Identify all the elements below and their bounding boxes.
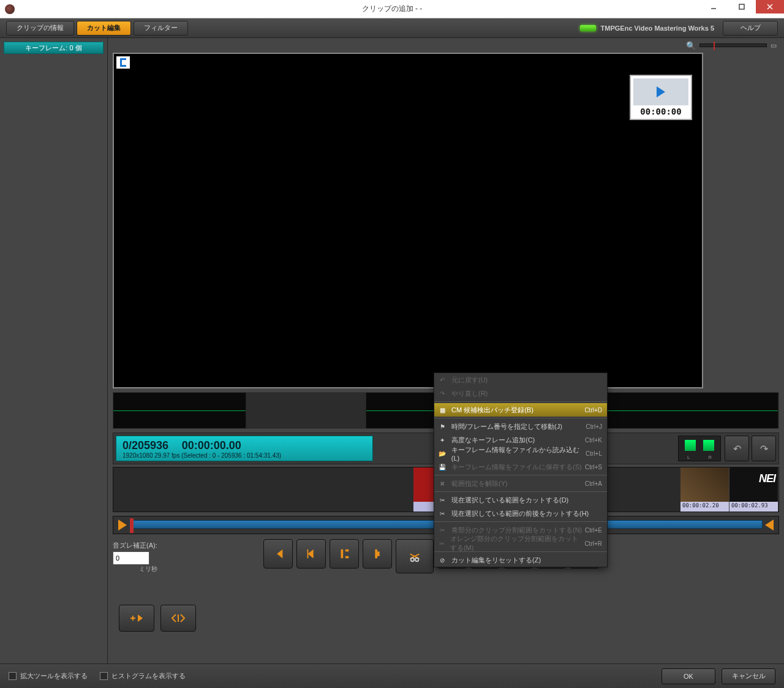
tab-clip-info[interactable]: クリップの情報 xyxy=(6,21,74,36)
add-split-button[interactable] xyxy=(119,605,154,632)
menu-item: ↶元に戻す(U) xyxy=(434,373,607,387)
menu-item[interactable]: ✂現在選択している範囲をカットする(D) xyxy=(434,493,607,507)
pip-timecode: 00:00:00 xyxy=(633,105,688,116)
set-in-button[interactable] xyxy=(330,539,359,569)
menu-item-label: 高度なキーフレーム追加(C) xyxy=(451,436,535,445)
menu-separator xyxy=(434,521,607,522)
app-icon xyxy=(5,4,15,14)
open-icon: 📂 xyxy=(437,448,448,458)
flag-icon: ⚑ xyxy=(437,421,448,431)
search-icon: 🔍 xyxy=(686,41,696,50)
tab-cut-edit[interactable]: カット編集 xyxy=(77,21,131,36)
cut-icon: ✂ xyxy=(437,495,448,505)
thumbnail[interactable]: NEI00:00:02.93 xyxy=(729,467,778,512)
key-icon: ✦ xyxy=(437,435,448,445)
menu-item[interactable]: 📂キーフレーム情報をファイルから読み込む(L)Ctrl+L xyxy=(434,447,607,460)
menu-item-label: 時間/フレーム番号を指定して移動(J) xyxy=(451,422,562,431)
menu-item[interactable]: ⚑時間/フレーム番号を指定して移動(J)Ctrl+J xyxy=(434,420,607,433)
undo-icon: ↶ xyxy=(437,375,448,385)
timecode: 00:00:00.00 xyxy=(182,439,241,452)
audio-level-meter: L R xyxy=(678,436,721,461)
menu-item-shortcut: Ctrl+D xyxy=(584,407,602,414)
thumbnail[interactable]: 00:00:02.20 xyxy=(680,467,729,512)
box-icon: ▦ xyxy=(437,405,448,415)
prev-keyframe-button[interactable] xyxy=(263,539,293,569)
svg-rect-1 xyxy=(739,4,744,9)
svg-rect-15 xyxy=(178,614,179,622)
window-title: クリップの追加 - - xyxy=(362,4,423,14)
menu-item-shortcut: Ctrl+R xyxy=(584,540,602,547)
show-histogram-checkbox[interactable]: ヒストグラムを表示する xyxy=(100,671,186,681)
reset-icon: ⊘ xyxy=(437,555,448,565)
menu-item-label: 現在選択している範囲をカットする(D) xyxy=(451,496,568,505)
minimize-button[interactable] xyxy=(699,0,728,13)
menu-item-label: オレンジ部分のクリップ分割範囲をカットする(M) xyxy=(450,534,584,553)
thumb-timecode: 00:00:02.93 xyxy=(729,502,778,512)
ok-button[interactable]: OK xyxy=(662,668,715,684)
menu-item-label: 現在選択している範囲の前後をカットする(H) xyxy=(451,509,589,518)
keyframe-list-header: キーフレーム: 0 個 xyxy=(4,42,104,54)
play-icon xyxy=(657,86,665,97)
cut-icon: ✂ xyxy=(437,508,448,518)
context-menu[interactable]: ↶元に戻す(U)↷やり直し(R)▦CM 候補検出バッチ登録(B)Ctrl+D⚑時… xyxy=(434,372,608,567)
pip-video-area xyxy=(633,78,688,105)
menu-item-shortcut: Ctrl+L xyxy=(586,450,602,457)
cancel-button[interactable]: キャンセル xyxy=(722,668,775,684)
mark-in-button[interactable] xyxy=(363,539,392,569)
menu-item-shortcut: Ctrl+E xyxy=(585,527,602,534)
zoom-slider[interactable] xyxy=(699,43,767,47)
close-button[interactable] xyxy=(756,0,784,13)
thumb-timecode: 00:00:02.20 xyxy=(680,502,729,512)
menu-item-shortcut: Ctrl+A xyxy=(585,480,602,487)
show-zoom-tool-checkbox[interactable]: 拡大ツールを表示する xyxy=(9,671,88,681)
cutb-icon: ✂ xyxy=(437,525,448,535)
tab-filter[interactable]: フィルター xyxy=(134,21,188,36)
redo-icon: ↷ xyxy=(437,388,448,398)
save-icon: 💾 xyxy=(437,462,448,472)
video-preview[interactable]: 00:00:00 xyxy=(113,53,703,388)
menu-item: ✂オレンジ部分のクリップ分割範囲をカットする(M)Ctrl+R xyxy=(434,537,607,550)
frame-position: 0/205936 xyxy=(123,439,168,452)
step-back-button[interactable] xyxy=(296,539,326,569)
svg-point-5 xyxy=(411,558,415,562)
clip-detail: 1920x1080 29.97 fps (Selected : 0 - 2059… xyxy=(123,452,366,459)
menu-separator xyxy=(434,475,607,475)
in-point-marker-icon xyxy=(116,56,130,69)
audio-offset-input[interactable] xyxy=(113,551,149,565)
menu-item[interactable]: ✂現在選択している範囲の前後をカットする(H) xyxy=(434,507,607,520)
undo-button[interactable]: ↶ xyxy=(725,436,749,461)
out-handle-icon[interactable] xyxy=(765,520,774,531)
menu-item[interactable]: ▦CM 候補検出バッチ登録(B)Ctrl+D xyxy=(434,403,607,417)
menu-item-label: 青部分のクリップ分割範囲をカットする(N) xyxy=(451,526,582,535)
expand-split-button[interactable] xyxy=(160,605,196,632)
keyframe-sidebar: キーフレーム: 0 個 xyxy=(0,38,108,663)
audio-offset-unit: ミリ秒 xyxy=(113,565,157,573)
menu-item-shortcut: Ctrl+J xyxy=(586,423,602,430)
x-icon: ✖ xyxy=(437,478,448,488)
svg-rect-4 xyxy=(307,550,309,559)
top-tab-bar: クリップの情報 カット編集 フィルター TMPGEnc Video Master… xyxy=(0,18,784,38)
playhead[interactable] xyxy=(130,518,134,533)
menu-item: ↷やり直し(R) xyxy=(434,387,607,400)
in-handle-icon[interactable] xyxy=(118,520,127,531)
menu-item-label: 範囲指定を解除(Y) xyxy=(451,479,508,488)
menu-item[interactable]: ⊘カット編集をリセットする(Z) xyxy=(434,553,607,567)
maximize-button[interactable] xyxy=(728,0,756,13)
help-button[interactable]: ヘルプ xyxy=(723,21,778,36)
zoom-fit-icon[interactable]: ▭ xyxy=(771,42,777,50)
cuto-icon: ✂ xyxy=(437,539,447,548)
menu-separator xyxy=(434,401,607,402)
cut-button[interactable] xyxy=(396,539,434,573)
svg-point-6 xyxy=(415,558,419,562)
menu-separator xyxy=(434,491,607,492)
menu-item-shortcut: Ctrl+S xyxy=(585,464,602,471)
menu-item-label: 元に戻す(U) xyxy=(451,376,488,385)
redo-button[interactable]: ↷ xyxy=(752,436,776,461)
menu-item-label: カット編集をリセットする(Z) xyxy=(451,556,541,565)
zoom-tool-label: 拡大ツールを表示する xyxy=(20,671,88,681)
zoom-bar: 🔍 ▭ xyxy=(108,38,784,53)
menu-item: ✖範囲指定を解除(Y)Ctrl+A xyxy=(434,477,607,490)
menu-item-label: キーフレーム情報をファイルに保存する(S) xyxy=(451,463,582,472)
menu-item-shortcut: Ctrl+K xyxy=(585,437,602,444)
menu-item-label: やり直し(R) xyxy=(451,389,488,398)
